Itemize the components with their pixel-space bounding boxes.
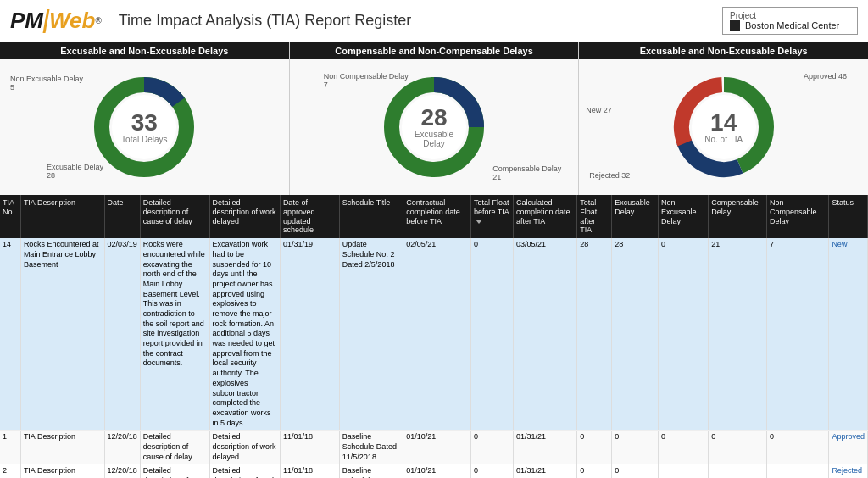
cell-non-excusable: 0 <box>659 431 709 464</box>
cell-tia-no: 2 <box>0 464 20 478</box>
cell-non-compensable <box>767 464 829 478</box>
cell-date-approved: 01/31/19 <box>280 238 339 431</box>
header: PMWeb® Time Impact Analysis (TIA) Report… <box>0 0 868 42</box>
cell-total-float-before: 0 <box>470 431 513 464</box>
chart-body-1: Non Excusable Delay5 33 Total Delays Exc… <box>0 59 289 195</box>
chart-header-3: Excusable and Non-Excusable Delays <box>579 42 868 59</box>
cell-schedule-title: Baseline Schedule <box>339 464 403 478</box>
col-status: Status <box>829 195 868 238</box>
col-compensable: Compensable Delay <box>709 195 767 238</box>
col-cause: Detailed description of cause of delay <box>140 195 209 238</box>
table-section: TIA No. TIA Description Date Detailed de… <box>0 195 868 478</box>
cell-total-float-after: 28 <box>577 238 612 431</box>
cell-total-float-before: 0 <box>470 238 513 431</box>
donut-2-label: Excusable Delay <box>407 130 462 148</box>
chart-panel-1: Excusable and Non-Excusable Delays Non E… <box>0 42 290 195</box>
logo-pm: PM <box>10 8 43 34</box>
page-title: Time Impact Analysis (TIA) Report Regist… <box>119 12 722 30</box>
cell-date-approved: 11/01/18 <box>280 431 339 464</box>
donut-1-label: Total Delays <box>121 135 167 144</box>
donut-3-center: 14 No. of TIA <box>704 111 743 144</box>
cell-total-float-after: 0 <box>577 464 612 478</box>
col-non-excusable: Non Excusable Delay <box>659 195 709 238</box>
cell-excusable: 0 <box>612 431 659 464</box>
cell-work-delayed: Detailed description of work <box>209 464 280 478</box>
cell-total-float-before: 0 <box>470 464 513 478</box>
col-work-delayed: Detailed description of work delayed <box>209 195 280 238</box>
chart-panel-3: Excusable and Non-Excusable Delays New 2… <box>579 42 868 195</box>
donut-3: 14 No. of TIA <box>669 72 779 182</box>
project-color-square <box>730 20 740 31</box>
cell-date-approved: 11/01/18 <box>280 464 339 478</box>
logo-reg: ® <box>95 16 101 25</box>
chart3-label-rejected: Rejected 32 <box>589 171 630 180</box>
cell-description: Rocks Encountered at Main Entrance Lobby… <box>20 238 104 431</box>
cell-status: Approved <box>829 431 868 464</box>
chart-body-2: Non Compensable Delay7 28 Excusable Dela… <box>290 59 579 195</box>
chart2-label-comp: Compensable Delay21 <box>492 164 561 181</box>
charts-section: Excusable and Non-Excusable Delays Non E… <box>0 42 868 195</box>
col-non-compensable: Non Compensable Delay <box>767 195 829 238</box>
project-name-text: Boston Medical Center <box>745 20 839 31</box>
chart3-label-new: New 27 <box>586 106 612 114</box>
donut-3-number: 14 <box>704 111 743 135</box>
cell-schedule-title: Update Schedule No. 2 Dated 2/5/2018 <box>339 238 403 431</box>
col-description: TIA Description <box>20 195 104 238</box>
chart1-label-non-excusable: Non Excusable Delay5 <box>10 75 83 92</box>
cell-status: New <box>829 238 868 431</box>
project-name: Boston Medical Center <box>730 20 850 31</box>
cell-compensable <box>709 464 767 478</box>
col-date-approved: Date of approved updated schedule <box>280 195 339 238</box>
project-box: Project Boston Medical Center <box>722 7 858 35</box>
cell-cause: Detailed description of cause of delay <box>140 431 209 464</box>
cell-description: TIA Description <box>20 464 104 478</box>
cell-calculated: 01/31/21 <box>514 431 577 464</box>
table-row: 1 TIA Description 12/20/18 Detailed desc… <box>0 431 868 464</box>
cell-contractual: 01/10/21 <box>403 464 471 478</box>
cell-excusable: 28 <box>612 238 659 431</box>
donut-1: 33 Total Delays <box>89 72 199 182</box>
col-date: Date <box>104 195 140 238</box>
col-excusable: Excusable Delay <box>612 195 659 238</box>
donut-2: 28 Excusable Delay <box>379 72 489 182</box>
cell-excusable: 0 <box>612 464 659 478</box>
cell-compensable: 0 <box>709 431 767 464</box>
cell-non-excusable: 0 <box>659 238 709 431</box>
table-row: 14 Rocks Encountered at Main Entrance Lo… <box>0 238 868 431</box>
cell-cause: Rocks were encountered while excavating … <box>140 238 209 431</box>
cell-total-float-after: 0 <box>577 431 612 464</box>
donut-2-number: 28 <box>407 106 462 130</box>
table-body: 14 Rocks Encountered at Main Entrance Lo… <box>0 238 868 478</box>
cell-work-delayed: Detailed description of work delayed <box>209 431 280 464</box>
cell-tia-no: 14 <box>0 238 20 431</box>
table-row: 2 TIA Description 12/20/18 Detailed desc… <box>0 464 868 478</box>
chart1-label-excusable: Excusable Delay28 <box>47 163 103 180</box>
donut-1-center: 33 Total Delays <box>121 111 167 144</box>
cell-non-compensable: 7 <box>767 238 829 431</box>
cell-date: 12/20/18 <box>104 431 140 464</box>
donut-2-center: 28 Excusable Delay <box>407 106 462 148</box>
logo-web: Web <box>49 8 95 34</box>
cell-tia-no: 1 <box>0 431 20 464</box>
donut-1-number: 33 <box>121 111 167 135</box>
logo: PMWeb® <box>10 8 102 34</box>
col-tia-no: TIA No. <box>0 195 20 238</box>
cell-date: 12/20/18 <box>104 464 140 478</box>
cell-compensable: 21 <box>709 238 767 431</box>
col-schedule-title: Schedule Title <box>339 195 403 238</box>
chart-panel-2: Compensable and Non-Compensable Delays N… <box>290 42 580 195</box>
cell-contractual: 02/05/21 <box>403 238 471 431</box>
project-label: Project <box>730 11 850 20</box>
table-header: TIA No. TIA Description Date Detailed de… <box>0 195 868 238</box>
cell-schedule-title: Baseline Schedule Dated 11/5/2018 <box>339 431 403 464</box>
chart-header-1: Excusable and Non-Excusable Delays <box>0 42 289 59</box>
cell-calculated: 01/31/21 <box>514 464 577 478</box>
sort-icon <box>476 220 482 224</box>
tia-table: TIA No. TIA Description Date Detailed de… <box>0 195 868 478</box>
cell-calculated: 03/05/21 <box>514 238 577 431</box>
cell-description: TIA Description <box>20 431 104 464</box>
donut-3-label: No. of TIA <box>704 135 743 144</box>
chart-body-3: New 27 14 No. of TIA Approved 46 <box>579 59 868 195</box>
cell-non-excusable <box>659 464 709 478</box>
col-contractual: Contractual completion date before TIA <box>403 195 471 238</box>
